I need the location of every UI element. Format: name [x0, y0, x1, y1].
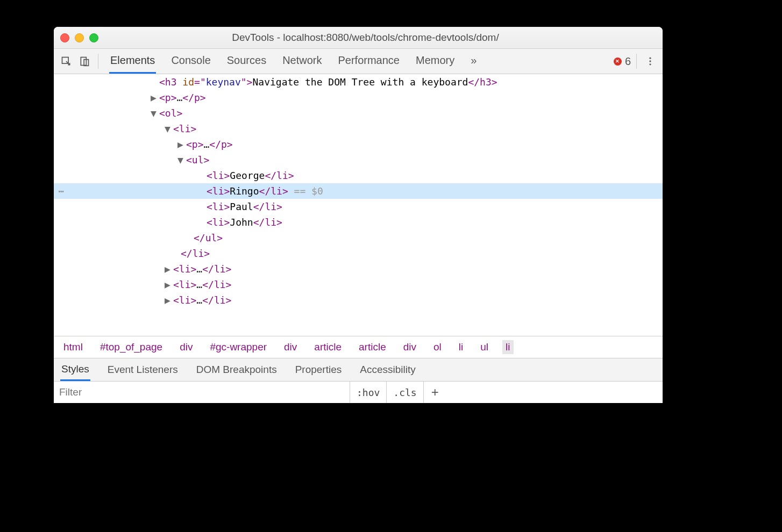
breadcrumb-item[interactable]: article [311, 340, 345, 354]
code-tag: </li> [202, 294, 231, 306]
inspect-element-icon[interactable] [58, 53, 74, 69]
dom-tree-row[interactable]: <li>George</li> [54, 168, 663, 183]
code-attr-name: id [182, 76, 194, 88]
kebab-menu-icon[interactable] [642, 53, 658, 69]
dom-tree-row[interactable]: </li> [54, 246, 663, 261]
tab-performance[interactable]: Performance [337, 49, 401, 74]
code-tag: =" [194, 76, 206, 88]
code-text: John [230, 217, 253, 228]
breadcrumb-separator [302, 346, 309, 348]
close-window-button[interactable] [60, 33, 69, 42]
code-tag: <p> [186, 139, 204, 150]
breadcrumb-item[interactable]: div [176, 340, 196, 354]
toolbar-separator [636, 54, 637, 69]
styles-tab-accessibility[interactable]: Accessibility [359, 360, 416, 380]
breadcrumb-item[interactable]: div [281, 340, 300, 354]
code-truncated: … [204, 139, 210, 150]
expand-arrow-icon[interactable]: ▶ [165, 277, 172, 292]
code-text: Paul [230, 201, 253, 212]
breadcrumb-item[interactable]: li [456, 340, 466, 354]
code-tag: <h3 [159, 76, 182, 88]
breadcrumb-separator [168, 346, 174, 348]
code-text: Navigate the DOM Tree with a keyboard [252, 76, 468, 88]
code-tag: <ol> [159, 107, 182, 119]
breadcrumb-item[interactable]: ol [430, 340, 445, 354]
dom-tree-row[interactable]: <li>John</li> [54, 214, 663, 230]
collapse-arrow-icon[interactable]: ▼ [165, 121, 172, 136]
dom-tree-row[interactable]: ▼<ul> [54, 152, 663, 168]
dom-tree-row[interactable]: <h3 id="keynav">Navigate the DOM Tree wi… [54, 74, 663, 90]
breadcrumb-item[interactable]: #gc-wrapper [207, 340, 270, 354]
svg-point-5 [649, 63, 651, 65]
code-truncated: … [196, 279, 202, 290]
breadcrumb-separator [494, 346, 500, 348]
window-title: DevTools - localhost:8080/web/tools/chro… [107, 32, 656, 44]
dom-tree-row[interactable]: ▶<li>…</li> [54, 261, 663, 277]
expand-arrow-icon[interactable]: ▶ [165, 292, 172, 308]
new-style-rule-button[interactable]: + [424, 382, 446, 403]
error-count: 6 [625, 55, 631, 68]
tab-sources[interactable]: Sources [226, 49, 267, 74]
error-count-badge[interactable]: 6 [614, 55, 631, 68]
minimize-window-button[interactable] [75, 33, 84, 42]
dom-tree-row[interactable]: ▶<li>…</li> [54, 292, 663, 308]
breadcrumb-item[interactable]: #top_of_page [97, 340, 166, 354]
code-tag: </h3> [468, 76, 497, 88]
code-tag: <li> [207, 185, 230, 197]
cls-toggle[interactable]: .cls [387, 382, 423, 403]
traffic-lights [60, 33, 98, 42]
code-tag: <li> [207, 201, 230, 212]
styles-tab-properties[interactable]: Properties [294, 360, 343, 380]
code-tag: <li> [173, 263, 196, 275]
code-tag: <li> [173, 123, 196, 134]
zoom-window-button[interactable] [89, 33, 98, 42]
window-titlebar: DevTools - localhost:8080/web/tools/chro… [54, 27, 663, 49]
dom-tree-row[interactable]: ▼<ol> [54, 105, 663, 121]
device-toolbar-icon[interactable] [76, 53, 93, 69]
code-tag: "> [241, 76, 253, 88]
dom-tree-row[interactable]: ▶<p>…</p> [54, 136, 663, 152]
code-tag: <li> [173, 294, 196, 306]
styles-tab-event-listeners[interactable]: Event Listeners [106, 360, 179, 380]
code-tag: </li> [265, 170, 294, 181]
tab-console[interactable]: Console [170, 49, 211, 74]
styles-tab-styles[interactable]: Styles [60, 359, 90, 381]
breadcrumb-item[interactable]: html [60, 340, 86, 354]
breadcrumb-separator [272, 346, 279, 348]
svg-rect-1 [81, 57, 86, 66]
breadcrumb-separator [447, 346, 453, 348]
hov-toggle[interactable]: :hov [350, 382, 387, 403]
dom-tree-row[interactable]: <li>Paul</li> [54, 199, 663, 214]
dom-tree-row[interactable]: ⋯<li>Ringo</li> == $0 [54, 183, 663, 199]
styles-tab-dom-breakpoints[interactable]: DOM Breakpoints [195, 360, 278, 380]
overflow-tabs-button[interactable]: » [470, 49, 478, 74]
tab-elements[interactable]: Elements [109, 49, 156, 74]
breadcrumb-item[interactable]: li [502, 340, 513, 354]
breadcrumb-bar[interactable]: html#top_of_pagediv#gc-wrapperdivarticle… [54, 336, 663, 358]
tab-memory[interactable]: Memory [415, 49, 456, 74]
code-truncated: … [196, 263, 202, 275]
code-text: Ringo [230, 185, 259, 197]
breadcrumb-item[interactable]: ul [477, 340, 492, 354]
dom-tree[interactable]: <h3 id="keynav">Navigate the DOM Tree wi… [54, 74, 663, 336]
code-tag: <li> [207, 217, 230, 228]
dom-tree-row[interactable]: ▶<li>…</li> [54, 277, 663, 292]
expand-arrow-icon[interactable]: ▶ [177, 136, 185, 152]
breadcrumb-separator [198, 346, 204, 348]
expand-arrow-icon[interactable]: ▶ [165, 261, 172, 277]
error-icon [614, 57, 622, 66]
breadcrumb-item[interactable]: article [356, 340, 389, 354]
dom-tree-row[interactable]: ▶<p>…</p> [54, 90, 663, 105]
breadcrumb-item[interactable]: div [400, 340, 420, 354]
collapse-arrow-icon[interactable]: ▼ [177, 152, 185, 168]
collapse-arrow-icon[interactable]: ▼ [151, 105, 158, 121]
styles-filter-input[interactable] [54, 382, 350, 403]
breadcrumb-separator [392, 346, 398, 348]
dom-tree-row[interactable]: </ul> [54, 230, 663, 246]
code-tag: </li> [202, 279, 231, 290]
styles-pane-tabs: Styles Event Listeners DOM Breakpoints P… [54, 358, 663, 381]
code-truncated: … [177, 92, 183, 103]
expand-arrow-icon[interactable]: ▶ [151, 90, 158, 105]
tab-network[interactable]: Network [281, 49, 323, 74]
dom-tree-row[interactable]: ▼<li> [54, 121, 663, 136]
